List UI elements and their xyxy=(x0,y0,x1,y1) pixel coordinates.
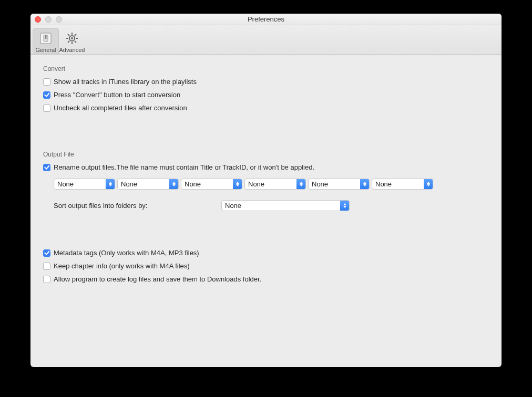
metadata-tags-checkbox[interactable] xyxy=(43,249,50,257)
chevron-updown-icon xyxy=(360,179,369,189)
metadata-tags-label: Metadata tags (Only works with M4A, MP3 … xyxy=(54,249,199,257)
uncheck-completed-checkbox[interactable] xyxy=(43,105,50,112)
switch-icon xyxy=(33,30,59,46)
convert-section-header: Convert xyxy=(43,65,489,72)
rename-fields-row: None None None None None None xyxy=(54,179,489,190)
toolbar: General Advanced xyxy=(30,25,502,55)
press-convert-label: Press "Convert" button to start conversi… xyxy=(54,91,180,99)
keep-chapter-checkbox[interactable] xyxy=(43,263,50,270)
chevron-updown-icon xyxy=(106,179,115,189)
svg-line-9 xyxy=(75,41,76,43)
svg-line-8 xyxy=(68,34,69,36)
rename-output-label: Rename output files.The file name must c… xyxy=(54,163,314,171)
show-all-tracks-checkbox[interactable] xyxy=(43,78,50,86)
chevron-updown-icon xyxy=(296,179,305,189)
svg-point-12 xyxy=(71,37,73,39)
minimize-window-button[interactable] xyxy=(45,16,52,23)
rename-field-2[interactable]: None xyxy=(117,179,179,190)
rename-field-3[interactable]: None xyxy=(181,179,242,190)
titlebar: Preferences xyxy=(30,14,502,25)
rename-field-1[interactable]: None xyxy=(54,179,115,190)
window-controls xyxy=(35,16,62,23)
content-area: Convert Show all tracks in iTunes librar… xyxy=(30,55,502,367)
uncheck-completed-label: Uncheck all completed files after conver… xyxy=(54,104,187,112)
gear-icon xyxy=(59,30,85,46)
toolbar-advanced[interactable]: Advanced xyxy=(59,28,85,54)
close-window-button[interactable] xyxy=(35,16,41,23)
press-convert-checkbox[interactable] xyxy=(43,91,50,99)
show-all-tracks-label: Show all tracks in iTunes library on the… xyxy=(54,78,197,86)
toolbar-general[interactable]: General xyxy=(33,28,59,54)
chevron-updown-icon xyxy=(340,201,349,211)
chevron-updown-icon xyxy=(233,179,242,189)
output-section-header: Output File xyxy=(43,151,489,158)
keep-chapter-label: Keep chapter info (only works with M4A f… xyxy=(54,262,190,270)
window-title: Preferences xyxy=(248,15,284,23)
rename-field-6[interactable]: None xyxy=(372,179,433,190)
create-log-checkbox[interactable] xyxy=(43,276,50,283)
svg-line-10 xyxy=(75,34,76,36)
toolbar-general-label: General xyxy=(33,47,59,53)
svg-rect-2 xyxy=(45,35,47,39)
rename-field-5[interactable]: None xyxy=(308,179,370,190)
preferences-window: Preferences General xyxy=(30,14,502,367)
sort-folders-label: Sort output files into folders by: xyxy=(54,202,221,210)
create-log-label: Allow program to create log files and sa… xyxy=(54,275,261,283)
zoom-window-button[interactable] xyxy=(56,16,62,23)
svg-line-11 xyxy=(68,41,69,43)
sort-folders-dropdown[interactable]: None xyxy=(221,200,350,211)
rename-field-4[interactable]: None xyxy=(244,179,306,190)
rename-output-checkbox[interactable] xyxy=(43,164,50,171)
toolbar-advanced-label: Advanced xyxy=(59,47,85,53)
chevron-updown-icon xyxy=(424,179,433,189)
chevron-updown-icon xyxy=(169,179,178,189)
